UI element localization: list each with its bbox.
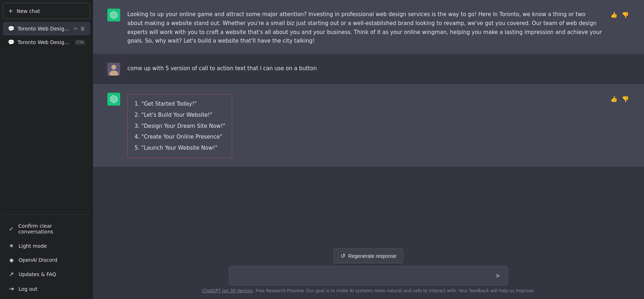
trash-icon[interactable]: 🗑 [80,26,85,32]
discord-icon: ◉ [8,257,15,263]
assistant-avatar [107,93,120,106]
regenerate-label: Regenerate response [348,253,396,259]
message-feedback: 👍 👎 [610,9,630,19]
chat-item-actions: ✏ 🗑 [74,26,85,32]
new-chat-button[interactable]: + New chat [3,3,90,19]
logout-icon: ⇥ [8,285,15,292]
cta-item-3: "Design Your Dream Site Now!" [141,122,225,131]
sidebar-item-toronto-web-firm[interactable]: 💬 Toronto Web Design Firm CTA [3,35,90,49]
confirm-clear-button[interactable]: ✓ Confirm clear conversations [3,219,90,238]
thumbs-up-button[interactable]: 👍 [610,95,618,103]
regenerate-button[interactable]: ↺ Regenerate response [334,249,403,263]
message-text: come up with 5 version of call to action… [127,63,630,73]
sidebar-item-toronto-web-si[interactable]: 💬 Toronto Web Design SI ✏ 🗑 [3,22,90,35]
sun-icon: ☀ [8,242,15,249]
assistant-avatar [107,9,120,21]
chat-item-label: Toronto Web Design SI [18,26,71,32]
input-row: ➤ [229,266,508,285]
bottom-bar: ↺ Regenerate response ➤ ChatGPT Jan 30 V… [93,244,644,299]
message-cta-content: "Get Started Today!" "Let's Build Your W… [127,93,602,158]
cta-item-4: "Create Your Online Presence" [141,132,225,141]
cta-item-2: "Let's Build Your Website!" [141,111,225,120]
message-feedback: 👍 👎 [610,93,630,103]
message-row: come up with 5 version of call to action… [93,54,644,84]
cta-item-1: "Get Started Today!" [141,100,225,108]
check-icon: ✓ [8,226,15,232]
chat-item-badge: CTA [75,40,85,45]
external-link-icon: ↗ [8,271,15,278]
discord-button[interactable]: ◉ OpenAI Discord [3,253,90,267]
message-text: Looking to up your online game and attra… [127,9,602,45]
updates-faq-label: Updates & FAQ [19,271,56,277]
edit-icon[interactable]: ✏ [74,26,78,32]
footer-link[interactable]: ChatGPT Jan 30 Version [202,288,253,293]
user-avatar [107,63,120,76]
light-mode-label: Light mode [19,243,47,249]
confirm-clear-label: Confirm clear conversations [18,223,85,235]
sidebar: + New chat 💬 Toronto Web Design SI ✏ 🗑 💬… [0,0,93,299]
cta-list: "Get Started Today!" "Let's Build Your W… [134,100,225,153]
chat-history-list: 💬 Toronto Web Design SI ✏ 🗑 💬 Toronto We… [3,22,90,212]
chat-icon: 💬 [8,25,15,32]
send-icon: ➤ [495,272,501,279]
message-row: "Get Started Today!" "Let's Build Your W… [93,84,644,167]
svg-point-3 [112,65,116,69]
cta-list-box: "Get Started Today!" "Let's Build Your W… [127,94,232,158]
plus-icon: + [8,8,13,14]
chat-messages: Looking to up your online game and attra… [93,0,644,244]
footer-note: ChatGPT Jan 30 Version. Free Research Pr… [202,288,535,296]
discord-label: OpenAI Discord [19,257,57,263]
logout-button[interactable]: ⇥ Log out [3,281,90,296]
light-mode-button[interactable]: ☀ Light mode [3,238,90,253]
footer-text: . Free Research Preview. Our goal is to … [253,288,535,293]
thumbs-down-button[interactable]: 👎 [621,95,630,103]
send-button[interactable]: ➤ [493,270,503,282]
sidebar-divider [3,214,90,215]
cta-item-5: "Launch Your Website Now!" [141,144,225,153]
main-content: Looking to up your online game and attra… [93,0,644,299]
sidebar-bottom: ✓ Confirm clear conversations ☀ Light mo… [3,218,90,296]
logout-label: Log out [19,286,37,292]
thumbs-down-button[interactable]: 👎 [621,11,630,19]
thumbs-up-button[interactable]: 👍 [610,11,618,19]
message-row: Looking to up your online game and attra… [93,0,644,54]
new-chat-label: New chat [16,8,40,14]
chat-item-label: Toronto Web Design Firm [18,39,72,45]
chat-icon: 💬 [8,39,15,45]
regenerate-icon: ↺ [341,252,345,259]
message-input[interactable] [234,266,493,285]
updates-faq-button[interactable]: ↗ Updates & FAQ [3,267,90,281]
